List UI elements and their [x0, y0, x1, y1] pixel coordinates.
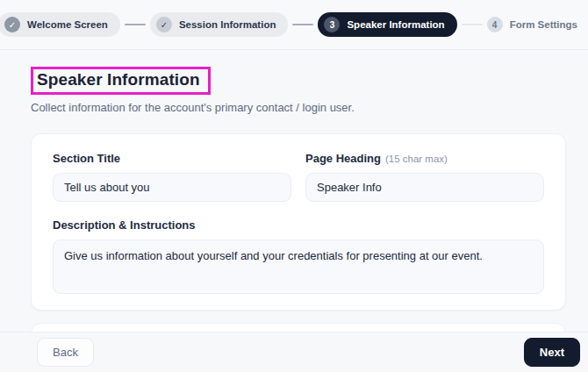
page-heading-field-group: Page Heading(15 char max) [305, 152, 544, 202]
description-label: Description & Instructions [53, 218, 544, 232]
main-content: Speaker Information Collect information … [0, 50, 588, 367]
wizard-stepper: ✓ Welcome Screen ✓ Session Information 3… [0, 12, 588, 37]
step-label: Form Settings [510, 19, 577, 30]
step-connector [462, 24, 483, 25]
next-button[interactable]: Next [524, 338, 580, 367]
section-title-label: Section Title [53, 152, 291, 165]
wizard-header: ✓ Welcome Screen ✓ Session Information 3… [0, 0, 588, 50]
step-label: Welcome Screen [27, 19, 108, 30]
back-button[interactable]: Back [37, 338, 94, 367]
char-max-hint: (15 char max) [385, 154, 448, 164]
speaker-info-form-card: Section Title Page Heading(15 char max) … [31, 133, 566, 311]
page-heading-label-text: Page Heading [305, 152, 381, 165]
stepper-step-form-settings[interactable]: 4 Form Settings [487, 12, 588, 37]
step-connector [125, 24, 146, 25]
step-label: Speaker Information [347, 19, 444, 30]
page-heading-label: Page Heading(15 char max) [305, 152, 544, 165]
description-textarea[interactable]: Give us information about yourself and y… [53, 240, 544, 294]
page-title: Speaker Information [37, 70, 200, 89]
stepper-step-session-information[interactable]: ✓ Session Information [150, 12, 289, 37]
check-icon: ✓ [4, 17, 20, 32]
step-connector [292, 24, 313, 25]
section-title-input[interactable] [53, 173, 291, 202]
step-label: Session Information [179, 19, 276, 30]
wizard-footer: Back Next [0, 332, 588, 372]
step-number-badge: 3 [324, 17, 340, 32]
page-subtitle: Collect information for the account's pr… [31, 101, 557, 114]
page-heading-input[interactable] [305, 173, 544, 202]
check-icon: ✓ [156, 17, 172, 32]
section-title-field-group: Section Title [53, 152, 291, 202]
title-highlight-box: Speaker Information [31, 67, 211, 95]
step-number-badge: 4 [487, 17, 503, 32]
stepper-step-welcome-screen[interactable]: ✓ Welcome Screen [0, 12, 120, 37]
stepper-step-speaker-information[interactable]: 3 Speaker Information [318, 12, 456, 37]
